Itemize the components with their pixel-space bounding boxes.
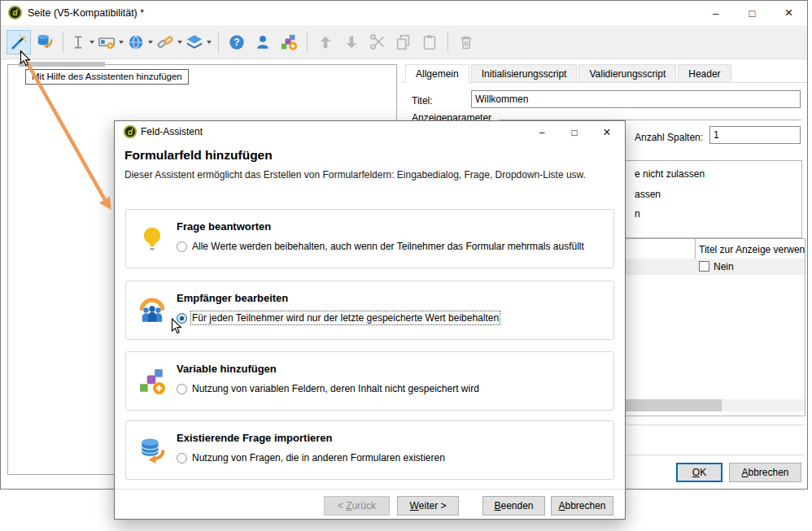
database-undo-button[interactable] (33, 30, 57, 54)
dropdown-caret-icon[interactable] (89, 41, 94, 44)
svg-text:?: ? (234, 37, 239, 48)
tab-validierungsscript[interactable]: Validierungsscript (578, 64, 676, 83)
magic-wand-icon (10, 33, 28, 51)
titel-input[interactable] (471, 90, 801, 108)
option-title: Variable hinzufügen (177, 363, 277, 375)
move-up-button (313, 30, 338, 54)
option-frage-beantworten[interactable]: Frage beantworten Alle Werte werden beib… (125, 209, 614, 268)
dialog-maximize-button[interactable]: □ (558, 121, 591, 143)
variable-add-icon (280, 33, 298, 51)
table-column-separator (695, 239, 696, 259)
arrow-down-icon (343, 33, 360, 51)
dialog-heading: Formularfeld hinzufügen (124, 148, 273, 163)
person-button[interactable] (251, 30, 275, 54)
option-description: Nutzung von Fragen, die in anderen Formu… (192, 452, 445, 464)
toolbar-separator (307, 32, 308, 53)
table-header: Titel zur Anzeige verwen (699, 244, 805, 255)
dropdown-caret-icon[interactable] (177, 41, 182, 44)
app-logo-icon: d (8, 6, 22, 20)
app-logo-icon: d (124, 125, 137, 138)
help-icon: ? (228, 33, 246, 51)
feld-assistent-dialog: d Feld-Assistent – □ × Formularfeld hinz… (114, 120, 626, 520)
horizontal-scrollbar[interactable] (599, 399, 805, 411)
clipped-option-label: assen (635, 189, 661, 200)
copy-button (391, 30, 416, 54)
dialog-titlebar: d Feld-Assistent – □ × (115, 121, 625, 143)
window-title: Seite (V5-Kompatibilität) * (28, 1, 144, 25)
minimize-button[interactable]: – (697, 1, 734, 25)
cut-button (365, 30, 390, 54)
dropdown-caret-icon[interactable] (148, 41, 153, 44)
scissors-icon (369, 33, 386, 51)
copy-icon (395, 33, 413, 51)
option-empfaenger-bearbeiten[interactable]: Empfänger bearbeiten Für jeden Teilnehme… (125, 281, 614, 340)
table-bottom-border (599, 416, 805, 416)
option-description: Alle Werte werden beibehalten, auch wenn… (192, 241, 584, 252)
selected-element-handle (19, 62, 105, 67)
delete-button (454, 30, 478, 54)
globe-button[interactable] (126, 30, 154, 54)
close-button[interactable]: × (771, 1, 807, 25)
back-button: < Zurück (324, 496, 390, 516)
move-down-button (339, 30, 364, 54)
tab-initialisierungsscript[interactable]: Initialisierungsscript (471, 64, 578, 83)
database-import-icon (138, 437, 166, 464)
option-title: Existierende Frage importieren (177, 432, 332, 444)
toolbar: ? (1, 25, 807, 59)
link-icon (156, 33, 174, 51)
main-titlebar: d Seite (V5-Kompatibilität) * – □ × (1, 1, 807, 25)
dialog-minimize-button[interactable]: – (526, 121, 558, 143)
option-title: Frage beantworten (177, 220, 271, 233)
layers-button[interactable] (185, 30, 212, 54)
property-tabs: Allgemein Initialisierungsscript Validie… (405, 64, 733, 83)
option-description: Für jeden Teilnehmer wird nur der letzte… (192, 312, 499, 324)
link-button[interactable] (155, 30, 183, 54)
cancel-button-dialog[interactable]: Abbrechen (551, 496, 613, 516)
dialog-subtitle: Dieser Assistent ermöglicht das Erstelle… (124, 169, 586, 181)
radio-checked[interactable] (177, 313, 187, 324)
clipped-option-label: n (635, 208, 640, 220)
next-button[interactable]: Weiter > (397, 496, 459, 516)
wizard-add-button[interactable] (7, 30, 31, 54)
option-title: Empfänger bearbeiten (177, 292, 288, 304)
dropdown-caret-icon[interactable] (119, 41, 124, 44)
anzahl-spalten-input[interactable] (709, 126, 801, 144)
table-row[interactable]: Nein (599, 259, 805, 275)
anzahl-spalten-label: Anzahl Spalten: (635, 132, 703, 143)
text-field-icon (70, 34, 86, 50)
cancel-button-main[interactable]: Abbrechen (729, 463, 801, 482)
toolbar-separator (63, 32, 63, 53)
toolbar-separator (447, 32, 448, 53)
text-field-button[interactable] (69, 30, 95, 54)
radio-unchecked[interactable] (177, 242, 187, 252)
dialog-title: Feld-Assistent (141, 121, 203, 143)
tab-allgemein[interactable]: Allgemein (405, 64, 469, 83)
panel-line (599, 424, 805, 425)
tab-header[interactable]: Header (678, 64, 731, 83)
dropdown-caret-icon[interactable] (207, 41, 212, 44)
option-variable-hinzufuegen[interactable]: Variable hinzufügen Nutzung von variable… (125, 351, 614, 411)
input-dialog-icon (98, 33, 116, 51)
wizard-tooltip: Mit Hilfe des Assistenten hinzufügen (25, 69, 189, 85)
option-description: Nutzung von variablen Feldern, deren Inh… (192, 383, 479, 394)
option-frage-importieren[interactable]: Existierende Frage importieren Nutzung v… (125, 420, 614, 480)
table-row-label: Nein (714, 261, 734, 272)
help-button[interactable]: ? (225, 30, 249, 54)
dialog-close-button[interactable]: × (591, 121, 623, 143)
maximize-button[interactable]: □ (734, 1, 771, 25)
clipped-option-label: e nicht zulassen (635, 168, 705, 180)
group-icon (138, 297, 166, 324)
radio-unchecked[interactable] (177, 453, 187, 464)
toolbar-separator (218, 32, 219, 53)
nein-checkbox[interactable] (699, 261, 709, 272)
radio-unchecked[interactable] (177, 384, 187, 394)
screen: d Seite (V5-Kompatibilität) * – □ × (0, 0, 812, 531)
finish-button[interactable]: Beenden (482, 496, 545, 516)
globe-icon (127, 33, 145, 51)
ok-button[interactable]: OK (676, 463, 723, 482)
variable-add-button[interactable] (277, 30, 301, 54)
person-icon (254, 33, 272, 51)
database-undo-icon (36, 33, 54, 51)
table-top-border (599, 238, 805, 239)
input-dialog-button[interactable] (97, 30, 124, 54)
